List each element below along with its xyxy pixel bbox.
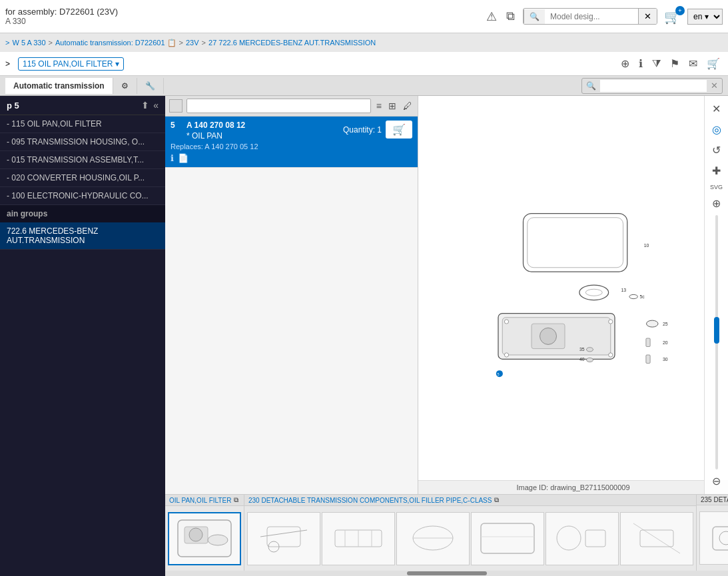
- svg-rect-47: [713, 527, 728, 550]
- svg-text:25: 25: [663, 322, 668, 326]
- thumb-images-oil-pan: [165, 506, 244, 571]
- svg-rect-23: [646, 355, 650, 364]
- thumb-img-230-6[interactable]: [620, 512, 693, 565]
- breadcrumb-23v[interactable]: 23V: [186, 39, 199, 47]
- part-info: A 140 270 08 12 * OIL PAN: [186, 121, 338, 141]
- tab-label-transmission: Automatic transmission: [13, 81, 105, 91]
- svg-point-31: [208, 535, 228, 545]
- toolbar-right: ⊕ ℹ ⧩ ⚑ ✉ 🛒: [618, 56, 723, 71]
- part-doc-icon[interactable]: 📄: [178, 153, 188, 163]
- diagram-history-btn[interactable]: ↺: [707, 141, 725, 159]
- info-btn[interactable]: ℹ: [636, 56, 645, 71]
- part-info-icon[interactable]: ℹ: [171, 153, 174, 163]
- thumb-svg-230-5: [552, 517, 612, 560]
- thumb-img-230-2[interactable]: [322, 512, 395, 565]
- sidebar-item-transmission-housing[interactable]: - 095 TRANSMISSION HOUSING, O...: [0, 133, 165, 151]
- report-btn[interactable]: ⚑: [667, 56, 682, 71]
- grid-view-btn[interactable]: ⊞: [387, 99, 398, 113]
- svg-point-30: [189, 528, 202, 541]
- thumb-section-235-label: 235 DETACHABLE TRANSMI...: [697, 495, 728, 505]
- parts-area: ≡ ⊞ 🖊 5 A 140 270 08 12 * OIL PAN Quanti…: [165, 96, 728, 494]
- diagram-svg-container: 10 13 5c: [418, 96, 728, 480]
- sidebar-title: p 5: [7, 101, 19, 111]
- thumb-svg-230-1: [254, 517, 314, 560]
- sidebar-item-converter-housing[interactable]: - 020 CONVERTER HOUSING,OIL P...: [0, 169, 165, 187]
- breadcrumb-aut-transmission[interactable]: 27 722.6 MERCEDES-BENZ AUT.TRANSMISSION: [208, 39, 376, 47]
- thumb-section-235: 235 DETACHABLE TRANSMI...: [697, 495, 728, 571]
- svg-rect-21: [646, 338, 650, 347]
- copy-icon-btn[interactable]: ⧉: [505, 8, 516, 25]
- sidebar-collapse-icon[interactable]: ⬆: [141, 100, 149, 111]
- svg-point-13: [609, 319, 613, 323]
- tab-automatic-transmission[interactable]: Automatic transmission: [5, 78, 113, 94]
- thumb-img-230-3[interactable]: [396, 512, 470, 565]
- slider-handle[interactable]: [714, 317, 719, 344]
- filter-btn[interactable]: ⧩: [649, 57, 663, 71]
- add-to-cart-btn[interactable]: 🛒: [386, 121, 412, 139]
- breadcrumb-w5a330[interactable]: W 5 A 330: [12, 39, 45, 47]
- diagram-close-btn[interactable]: ✕: [707, 100, 725, 118]
- sidebar-item-722-6[interactable]: 722.6 MERCEDES-BENZ AUT.TRANSMISSION: [0, 222, 165, 250]
- clear-search-btn[interactable]: ✕: [638, 9, 657, 24]
- parts-list-checkbox[interactable]: [169, 99, 182, 113]
- header: for assembly: D722601 (23V) A 330 ⚠ ⧉ 🔍 …: [0, 0, 728, 33]
- oil-pan-filter-dropdown[interactable]: 115 OIL PAN,OIL FILTER ▾: [18, 57, 124, 71]
- tab-search-input[interactable]: [600, 80, 707, 92]
- svg-text:20: 20: [663, 340, 668, 345]
- sidebar-item-electronic-hydraulic[interactable]: - 100 ELECTRONIC-HYDRAULIC CO...: [0, 187, 165, 205]
- part-row-oil-pan[interactable]: 5 A 140 270 08 12 * OIL PAN Quantity: 1 …: [165, 117, 418, 168]
- svg-point-27: [587, 358, 593, 362]
- thumb-images-235: [697, 505, 728, 571]
- parts-list-header: ≡ ⊞ 🖊: [165, 96, 418, 117]
- sidebar-section-label: ain groups: [0, 205, 165, 222]
- diagram-crosshair-btn[interactable]: ✚: [707, 162, 725, 180]
- part-icons: ℹ 📄: [171, 153, 412, 163]
- sidebar-highlighted-label: 722.6 MERCEDES-BENZ AUT.TRANSMISSION: [7, 226, 98, 245]
- diagram-area: 10 13 5c: [418, 96, 728, 494]
- thumb-img-230-5[interactable]: [546, 512, 619, 565]
- thumb-section-230: 230 DETACHABLE TRANSMISSION COMPONENTS,O…: [244, 495, 697, 571]
- sidebar-item-oil-pan[interactable]: - 115 OIL PAN,OIL FILTER: [0, 115, 165, 133]
- breadcrumb-arrow: >: [5, 39, 9, 47]
- thumb-section-230-link[interactable]: 230 DETACHABLE TRANSMISSION COMPONENTS,O…: [248, 497, 492, 504]
- thumb-section-oil-pan-link[interactable]: OIL PAN,OIL FILTER: [169, 497, 231, 504]
- part-code: A 140 270 08 12: [186, 121, 338, 130]
- warning-icon-btn[interactable]: ⚠: [485, 8, 498, 25]
- tab-gear-icon[interactable]: ⚙: [113, 78, 137, 94]
- list-view-btn[interactable]: ≡: [375, 99, 383, 113]
- svg-point-6: [629, 294, 638, 298]
- svg-text:10: 10: [644, 242, 649, 247]
- svg-point-14: [504, 352, 508, 356]
- parts-search-input[interactable]: [186, 99, 371, 113]
- model-search-input[interactable]: [545, 9, 638, 24]
- svg-rect-33: [267, 527, 300, 547]
- thumb-img-230-1[interactable]: [247, 512, 320, 565]
- sidebar-header-icons: ⬆ «: [141, 100, 159, 111]
- breadcrumb-transmission[interactable]: Automatic transmission: D722601 📋: [55, 39, 177, 47]
- diagram-zoom-in-btn[interactable]: ⊕: [707, 194, 725, 212]
- thumb-img-235-1[interactable]: [699, 511, 728, 565]
- zoom-in-btn[interactable]: ⊕: [618, 56, 632, 71]
- list-edit-btn[interactable]: 🖊: [402, 99, 414, 113]
- cart-button[interactable]: 🛒 +: [664, 9, 681, 25]
- thumb-svg-1: [175, 517, 234, 560]
- sidebar-item-electronic-hydraulic-label: - 100 ELECTRONIC-HYDRAULIC CO...: [7, 191, 149, 200]
- mail-btn[interactable]: ✉: [686, 56, 700, 71]
- sidebar-expand-icon[interactable]: «: [153, 100, 159, 111]
- scroll-bar[interactable]: [407, 571, 487, 575]
- part-row-top: 5 A 140 270 08 12 * OIL PAN Quantity: 1 …: [171, 121, 412, 141]
- tab-wrench-icon[interactable]: 🔧: [137, 78, 164, 94]
- sidebar-header: p 5 ⬆ «: [0, 96, 165, 115]
- assembly-label: for assembly: D722601 (23V): [5, 7, 480, 17]
- diagram-target-btn[interactable]: ◎: [707, 121, 725, 139]
- cart-toolbar-btn[interactable]: 🛒: [704, 56, 723, 71]
- sidebar-item-converter-housing-label: - 020 CONVERTER HOUSING,OIL P...: [7, 173, 145, 182]
- cart-badge: +: [675, 6, 685, 15]
- diagram-zoom-out-btn[interactable]: ⊖: [707, 472, 725, 490]
- language-select[interactable]: en ▾: [687, 9, 723, 25]
- thumb-img-oil-pan-1[interactable]: [168, 512, 241, 565]
- tab-search-clear-btn[interactable]: ✕: [707, 79, 722, 92]
- header-icons: ⚠ ⧉ 🔍 ✕ 🛒 + en ▾: [485, 8, 723, 25]
- thumb-img-230-4[interactable]: [471, 512, 544, 565]
- sidebar-item-transmission-assembly[interactable]: - 015 TRANSMISSION ASSEMBLY,T...: [0, 151, 165, 169]
